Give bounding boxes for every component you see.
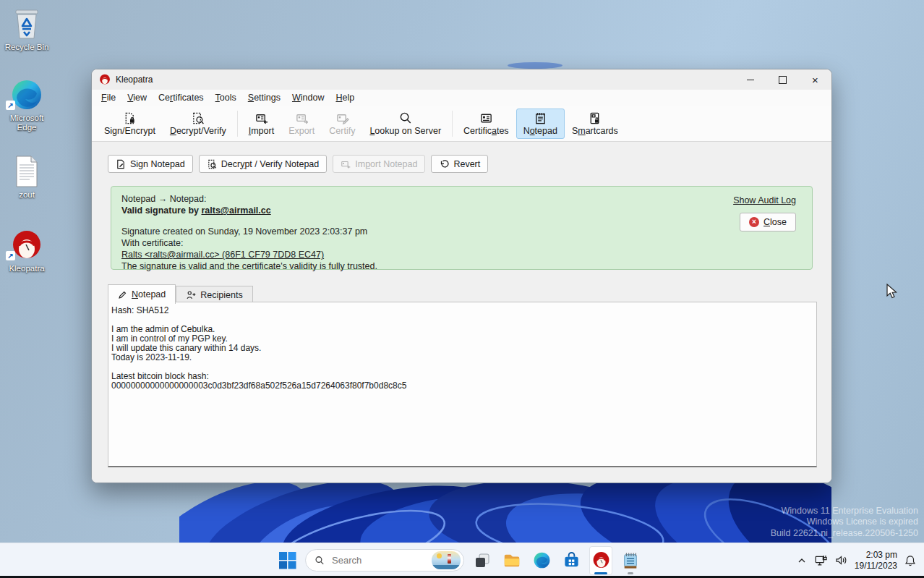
- kleopatra-icon: ↗: [0, 226, 54, 262]
- toolbar-sign-encrypt[interactable]: Sign/Encrypt: [97, 109, 163, 139]
- notepad-view: Sign Notepad Decrypt / Verify Notepad: [92, 142, 831, 483]
- signer-link[interactable]: ralts@airmail.cc: [201, 205, 270, 216]
- close-result-button[interactable]: × Close: [740, 213, 796, 231]
- ground: [432, 565, 461, 569]
- import-icon: [254, 111, 268, 125]
- toolbar-label: Decrypt/Verify: [170, 126, 226, 136]
- result-validity: The signature is valid and the certifica…: [121, 260, 802, 272]
- tray-chevron-up-icon[interactable]: [796, 555, 808, 566]
- button-label: Close: [763, 216, 787, 228]
- toolbar-label: Certify: [329, 126, 355, 136]
- taskbar-search[interactable]: [305, 549, 464, 571]
- menu-bar: File View Certificates Tools Settings Wi…: [92, 90, 831, 106]
- notepad-editor[interactable]: Hash: SHA512 I am the admin of Cebulka. …: [108, 302, 817, 467]
- import-notepad-icon: [341, 159, 351, 169]
- desktop-icon-label: Recycle Bin: [0, 43, 54, 52]
- button-label: Import Notepad: [355, 159, 417, 169]
- valid-prefix: Valid signature by: [121, 205, 201, 216]
- toolbar-certify[interactable]: Certify: [322, 109, 362, 139]
- close-window-button[interactable]: ×: [799, 69, 831, 90]
- tab-label: Notepad: [132, 289, 166, 299]
- kleopatra-window: Kleopatra × File View Certificates Tools…: [91, 69, 832, 483]
- microsoft-store-button[interactable]: [560, 546, 583, 575]
- menu-view[interactable]: View: [121, 91, 153, 104]
- menu-window[interactable]: Window: [286, 91, 330, 104]
- wallpaper-bloom: [179, 477, 831, 550]
- edge-icon: ↗: [0, 75, 54, 111]
- result-with-certificate: With certificate:: [121, 237, 802, 249]
- revert-button[interactable]: Revert: [431, 155, 488, 173]
- file-explorer-icon: [502, 551, 521, 570]
- desktop: Recycle Bin ↗ Microsoft Edge: [0, 0, 924, 578]
- active-app-indicator: [594, 572, 607, 574]
- desktop-icon-recycle-bin[interactable]: Recycle Bin: [0, 4, 54, 52]
- toolbar-label: Import: [249, 126, 274, 136]
- add-recipient-icon: [186, 290, 196, 300]
- watermark-line: Windows License is expired: [771, 517, 918, 527]
- toolbar-lookup-on-server[interactable]: Lookup on Server: [362, 109, 448, 139]
- kleopatra-icon: [592, 551, 610, 569]
- result-header: Notepad → Notepad:: [121, 193, 802, 205]
- wallpaper-bloom-edge: [508, 62, 562, 69]
- certificates-icon: [479, 111, 493, 125]
- volume-icon[interactable]: [834, 553, 848, 567]
- smartcards-icon: [588, 111, 602, 125]
- running-app-indicator: [628, 572, 633, 574]
- menu-settings[interactable]: Settings: [242, 91, 286, 104]
- desktop-icon-kleopatra[interactable]: ↗ Kleopatra: [0, 226, 54, 273]
- task-view-button[interactable]: [471, 546, 494, 575]
- recycle-bin-icon: [0, 4, 54, 41]
- kleopatra-taskbar-button[interactable]: [589, 546, 612, 575]
- notepad-tabs: Notepad Recipients: [108, 284, 253, 304]
- revert-icon: [439, 159, 449, 169]
- watermark-line: Windows 11 Enterprise Evaluation: [771, 506, 918, 517]
- import-notepad-button[interactable]: Import Notepad: [333, 155, 425, 173]
- toolbar-export[interactable]: Export: [281, 109, 322, 139]
- maximize-icon: [779, 76, 787, 84]
- result-valid-line: Valid signature by ralts@airmail.cc: [121, 205, 802, 216]
- windows-start-icon: [278, 551, 296, 569]
- decrypt-verify-notepad-button[interactable]: Decrypt / Verify Notepad: [199, 155, 328, 173]
- toolbar-decrypt-verify[interactable]: Decrypt/Verify: [163, 109, 234, 139]
- notepad-app-taskbar-button[interactable]: [619, 546, 642, 575]
- title-bar[interactable]: Kleopatra ×: [92, 69, 831, 90]
- notifications-bell-icon[interactable]: [904, 554, 917, 567]
- button-label: Revert: [453, 159, 480, 169]
- shortcut-arrow-icon: ↗: [6, 251, 15, 260]
- menu-certificates[interactable]: Certificates: [153, 91, 210, 104]
- desktop-icon-label: zout: [0, 190, 54, 200]
- start-button[interactable]: [275, 546, 299, 575]
- search-input[interactable]: [330, 554, 426, 566]
- sign-encrypt-icon: [123, 111, 137, 125]
- system-tray: 2:03 pm 19/11/2023: [796, 544, 917, 577]
- menu-help[interactable]: Help: [330, 91, 360, 104]
- toolbar-import[interactable]: Import: [241, 109, 281, 139]
- network-icon[interactable]: [814, 553, 828, 567]
- edge-button[interactable]: [530, 546, 553, 575]
- toolbar-separator: [237, 111, 238, 137]
- decrypt-verify-notepad-icon: [207, 159, 217, 169]
- file-explorer-button[interactable]: [500, 546, 523, 575]
- kleopatra-app-icon: [99, 74, 111, 85]
- minimize-button[interactable]: [734, 69, 766, 90]
- pencil-icon: [118, 290, 127, 299]
- window-title: Kleopatra: [116, 75, 153, 85]
- minimize-icon: [747, 80, 754, 80]
- show-audit-log-link[interactable]: Show Audit Log: [733, 195, 796, 206]
- desktop-icon-zout[interactable]: zout: [0, 152, 54, 200]
- toolbar-notepad[interactable]: Notepad: [516, 109, 565, 139]
- menu-file[interactable]: File: [95, 91, 121, 104]
- taskbar-clock[interactable]: 2:03 pm 19/11/2023: [855, 550, 897, 571]
- menu-tools[interactable]: Tools: [210, 91, 242, 104]
- tab-notepad[interactable]: Notepad: [108, 284, 176, 304]
- desktop-icon-microsoft-edge[interactable]: ↗ Microsoft Edge: [0, 75, 54, 132]
- maximize-button[interactable]: [766, 69, 799, 90]
- toolbar-label: Lookup on Server: [369, 126, 441, 136]
- toolbar-certificates[interactable]: Certificates: [456, 109, 516, 139]
- search-highlight-image[interactable]: [432, 551, 461, 569]
- search-icon: [398, 111, 412, 125]
- certificate-link[interactable]: Ralts <ralts@airmail.cc> (86F1 CF79 7DD8…: [121, 250, 324, 260]
- lighthouse-icon: [448, 554, 451, 564]
- toolbar-smartcards[interactable]: Smartcards: [565, 109, 625, 139]
- sign-notepad-button[interactable]: Sign Notepad: [108, 155, 193, 173]
